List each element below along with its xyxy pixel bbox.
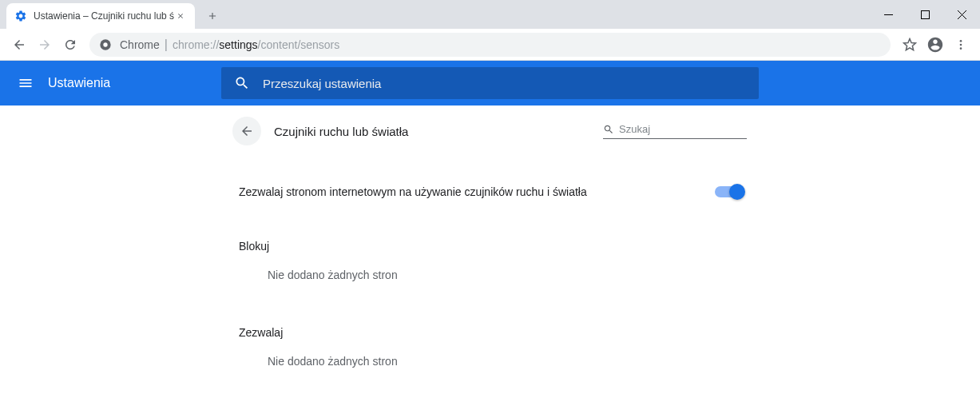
tab-title: Ustawienia – Czujniki ruchu lub ś [34,10,174,22]
page-title: Czujniki ruchu lub światła [274,125,408,138]
menu-icon[interactable] [948,32,974,58]
window-controls [870,0,980,29]
sensors-toggle-label: Zezwalaj stronom internetowym na używani… [239,185,715,198]
search-icon [603,124,614,135]
block-empty-message: Nie dodano żadnych stron [220,259,763,291]
allow-empty-message: Nie dodano żadnych stron [220,345,763,377]
minimize-button[interactable] [870,0,907,29]
back-button[interactable] [8,34,30,56]
sensors-toggle-row: Zezwalaj stronom internetowym na używani… [220,173,763,211]
url-separator: | [165,38,168,52]
settings-header: Ustawienia [0,61,980,105]
block-section-title: Blokuj [220,224,763,259]
chrome-icon [99,38,112,51]
address-bar[interactable]: Chrome | chrome://settings/content/senso… [89,33,891,57]
back-arrow-button[interactable] [232,117,261,145]
titlebar: Ustawienia – Czujniki ruchu lub ś [0,0,980,29]
star-icon[interactable] [897,32,922,58]
page-search-input[interactable] [619,123,753,135]
svg-point-4 [960,40,962,42]
close-window-button[interactable] [943,0,980,29]
account-icon[interactable] [922,32,948,58]
hamburger-icon[interactable] [6,64,45,102]
forward-button[interactable] [34,34,56,56]
url-text: chrome://settings/content/sensors [173,38,339,51]
svg-rect-0 [884,14,893,15]
settings-panel: Czujniki ruchu lub światła Zezwalaj stro… [220,105,763,377]
new-tab-button[interactable] [201,5,224,27]
settings-search[interactable] [221,67,759,99]
app-title: Ustawienia [48,76,110,90]
close-icon[interactable] [174,10,187,22]
svg-rect-1 [921,10,929,18]
browser-toolbar: Chrome | chrome://settings/content/senso… [0,29,980,61]
browser-tab[interactable]: Ustawienia – Czujniki ruchu lub ś [6,3,195,29]
url-prefix: Chrome [120,38,160,51]
svg-point-3 [103,42,107,46]
svg-point-6 [960,47,962,50]
svg-point-5 [960,43,962,46]
allow-section-title: Zezwalaj [220,310,763,345]
sensors-toggle[interactable] [715,186,744,197]
maximize-button[interactable] [907,0,943,29]
settings-search-input[interactable] [263,77,746,90]
subheader: Czujniki ruchu lub światła [220,105,763,157]
search-icon [234,75,250,91]
gear-icon [14,10,27,22]
page-search[interactable] [603,123,747,139]
reload-button[interactable] [59,34,81,56]
